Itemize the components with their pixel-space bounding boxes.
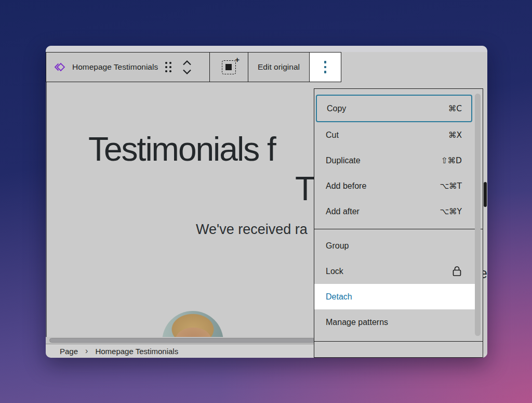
menu-item-cut[interactable]: Cut ⌘X (314, 122, 483, 148)
move-up-icon[interactable] (182, 60, 192, 66)
vertical-scrollbar-thumb[interactable] (484, 182, 487, 207)
menu-item-shortcut: ⌥⌘Y (440, 207, 462, 216)
window-titlebar (46, 46, 487, 52)
breadcrumb-item-page[interactable]: Page (60, 347, 78, 356)
menu-item-label: Detach (326, 292, 352, 302)
menu-item-label: Add after (326, 207, 360, 216)
testimonials-heading-line1[interactable]: Testimonials f (88, 130, 275, 168)
options-icon (324, 61, 327, 73)
horizontal-scrollbar-thumb[interactable] (49, 338, 315, 343)
menu-item-label: Copy (327, 104, 346, 113)
select-pattern-button[interactable]: + (210, 53, 248, 82)
menu-item-label: Cut (326, 131, 339, 140)
testimonials-paragraph[interactable]: We've received ra (196, 222, 308, 238)
lock-icon (452, 266, 462, 277)
menu-item-shortcut: ⇧⌘D (441, 156, 462, 165)
menu-item-detach[interactable]: Detach (314, 284, 476, 309)
breadcrumb-chevron-icon: › (85, 346, 88, 356)
menu-item-add-before[interactable]: Add before ⌥⌘T (314, 173, 483, 199)
menu-item-add-after[interactable]: Add after ⌥⌘Y (314, 199, 483, 224)
menu-item-label: Lock (326, 267, 343, 276)
menu-item-copy[interactable]: Copy ⌘C (316, 95, 472, 122)
block-label: Homepage Testimonials (72, 62, 158, 72)
menu-item-label: Add before (326, 181, 366, 191)
menu-item-manage-patterns[interactable]: Manage patterns (314, 309, 483, 335)
block-toolbar: Homepage Testimonials + Edit original (46, 52, 341, 82)
menu-item-duplicate[interactable]: Duplicate ⇧⌘D (314, 148, 483, 173)
menu-item-label: Duplicate (326, 156, 361, 165)
testimonial-avatar[interactable] (162, 311, 223, 337)
menu-item-shortcut: ⌘X (448, 131, 462, 140)
block-movers (182, 60, 192, 74)
menu-item-label: Group (326, 241, 349, 251)
select-block-icon: + (222, 60, 236, 74)
menu-scrollbar-thumb[interactable] (475, 94, 481, 336)
paragraph-overflow-text: e (483, 266, 487, 282)
menu-separator (314, 341, 483, 342)
menu-item-lock[interactable]: Lock (314, 258, 483, 284)
breadcrumb-item-current: Homepage Testimonials (95, 347, 178, 356)
menu-item-shortcut: ⌥⌘T (440, 181, 462, 191)
editor-window: Homepage Testimonials + Edit original Te… (46, 46, 487, 358)
drag-handle-icon[interactable] (165, 62, 171, 72)
block-switcher[interactable]: Homepage Testimonials (46, 53, 210, 82)
menu-separator (314, 229, 483, 229)
move-down-icon[interactable] (182, 69, 192, 74)
menu-item-label: Manage patterns (326, 318, 388, 327)
options-menu: Copy ⌘C Cut ⌘X Duplicate ⇧⌘D Add before … (314, 88, 483, 358)
edit-original-label: Edit original (258, 62, 300, 72)
options-button[interactable] (310, 53, 341, 82)
canvas-right-sliver: e (483, 88, 487, 354)
edit-original-button[interactable]: Edit original (248, 53, 310, 82)
menu-item-shortcut: ⌘C (448, 104, 462, 113)
menu-item-group[interactable]: Group (314, 233, 483, 258)
synced-pattern-icon (54, 60, 67, 74)
